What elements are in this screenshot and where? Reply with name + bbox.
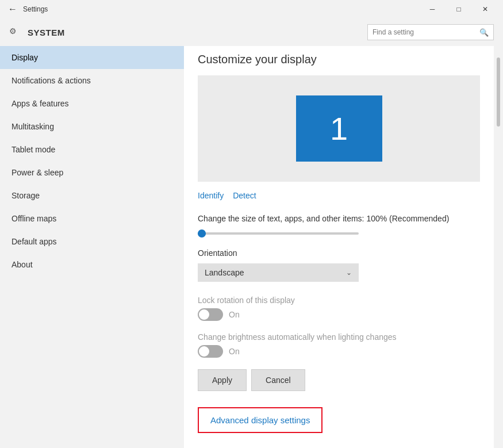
main-area: Display Notifications & actions Apps & f… bbox=[0, 46, 503, 448]
scale-slider-container bbox=[184, 225, 494, 244]
sidebar-item-label: Display bbox=[11, 53, 38, 62]
content-area: Customize your display 1 Identify Detect… bbox=[184, 46, 494, 448]
sidebar-item-label: Default apps bbox=[11, 237, 57, 246]
title-bar: ← Settings ─ □ ✕ bbox=[0, 0, 503, 18]
window-controls: ─ □ ✕ bbox=[419, 0, 498, 18]
window-title: Settings bbox=[23, 5, 48, 13]
detect-link[interactable]: Detect bbox=[233, 191, 256, 200]
sidebar-item-power[interactable]: Power & sleep bbox=[0, 161, 184, 184]
settings-window: ← Settings ─ □ ✕ ⚙ SYSTEM 🔍 Display bbox=[0, 0, 503, 448]
brightness-toggle[interactable] bbox=[198, 345, 223, 358]
brightness-toggle-row: On bbox=[198, 345, 480, 358]
sidebar-item-maps[interactable]: Offline maps bbox=[0, 207, 184, 230]
lock-rotation-section: Lock rotation of this display On bbox=[184, 291, 494, 328]
back-button[interactable]: ← bbox=[5, 1, 21, 17]
lock-rotation-label: Lock rotation of this display bbox=[198, 296, 480, 305]
close-button[interactable]: ✕ bbox=[472, 0, 498, 18]
maximize-icon: □ bbox=[456, 5, 460, 13]
sidebar-item-label: Apps & features bbox=[11, 99, 69, 108]
sidebar-item-storage[interactable]: Storage bbox=[0, 184, 184, 207]
monitor-number: 1 bbox=[330, 110, 348, 147]
orientation-label: Orientation bbox=[184, 244, 494, 261]
lock-rotation-toggle[interactable] bbox=[198, 308, 223, 321]
scrollbar[interactable] bbox=[494, 46, 503, 448]
sidebar-item-label: Multitasking bbox=[11, 122, 54, 131]
sidebar-item-multitasking[interactable]: Multitasking bbox=[0, 115, 184, 138]
brightness-label: Change brightness automatically when lig… bbox=[198, 332, 480, 342]
advanced-settings-container[interactable]: Advanced display settings bbox=[198, 407, 322, 433]
maximize-button[interactable]: □ bbox=[446, 0, 472, 18]
orientation-dropdown-container: Landscape ⌄ bbox=[184, 261, 494, 291]
orientation-dropdown[interactable]: Landscape ⌄ bbox=[198, 263, 359, 282]
lock-rotation-state: On bbox=[229, 310, 240, 319]
brightness-state: On bbox=[229, 347, 240, 356]
minimize-icon: ─ bbox=[430, 5, 435, 13]
apply-button[interactable]: Apply bbox=[198, 369, 247, 391]
chevron-down-icon: ⌄ bbox=[346, 269, 352, 277]
sidebar-item-notifications[interactable]: Notifications & actions bbox=[0, 69, 184, 92]
app-header: ⚙ SYSTEM 🔍 bbox=[0, 18, 503, 46]
app-title: SYSTEM bbox=[28, 28, 65, 37]
sidebar-item-about[interactable]: About bbox=[0, 253, 184, 276]
cancel-button[interactable]: Cancel bbox=[251, 369, 305, 391]
sidebar-item-label: Storage bbox=[11, 191, 40, 200]
display-preview: 1 bbox=[198, 75, 480, 182]
identify-link[interactable]: Identify bbox=[198, 191, 224, 200]
toggle-knob bbox=[199, 346, 209, 357]
orientation-value: Landscape bbox=[205, 268, 244, 277]
page-title: Customize your display bbox=[184, 46, 494, 75]
search-input[interactable] bbox=[373, 28, 479, 36]
sidebar-item-display[interactable]: Display bbox=[0, 46, 184, 69]
system-gear-icon: ⚙ bbox=[9, 26, 21, 38]
sidebar-item-label: Tablet mode bbox=[11, 145, 55, 154]
scale-slider-track[interactable] bbox=[198, 232, 359, 235]
sidebar-item-label: Power & sleep bbox=[11, 168, 63, 177]
sidebar-item-tablet[interactable]: Tablet mode bbox=[0, 138, 184, 161]
scale-label: Change the size of text, apps, and other… bbox=[184, 209, 494, 225]
scale-slider-thumb[interactable] bbox=[198, 229, 206, 238]
sidebar-item-label: About bbox=[11, 260, 33, 269]
search-icon: 🔍 bbox=[479, 28, 489, 37]
sidebar-item-default-apps[interactable]: Default apps bbox=[0, 230, 184, 253]
advanced-display-settings-link[interactable]: Advanced display settings bbox=[210, 415, 310, 425]
sidebar-item-label: Offline maps bbox=[11, 214, 56, 223]
close-icon: ✕ bbox=[482, 5, 488, 13]
toggle-knob bbox=[199, 309, 209, 320]
sidebar-item-apps[interactable]: Apps & features bbox=[0, 92, 184, 115]
sidebar: Display Notifications & actions Apps & f… bbox=[0, 46, 184, 448]
sidebar-item-label: Notifications & actions bbox=[11, 76, 91, 85]
search-box[interactable]: 🔍 bbox=[367, 24, 494, 40]
action-buttons: Apply Cancel bbox=[184, 365, 494, 403]
lock-rotation-toggle-row: On bbox=[198, 308, 480, 321]
back-icon: ← bbox=[8, 4, 17, 14]
monitor-links: Identify Detect bbox=[184, 191, 494, 209]
scrollbar-thumb[interactable] bbox=[497, 58, 500, 127]
monitor-tile: 1 bbox=[296, 95, 382, 162]
brightness-section: Change brightness automatically when lig… bbox=[184, 328, 494, 365]
minimize-button[interactable]: ─ bbox=[419, 0, 446, 18]
